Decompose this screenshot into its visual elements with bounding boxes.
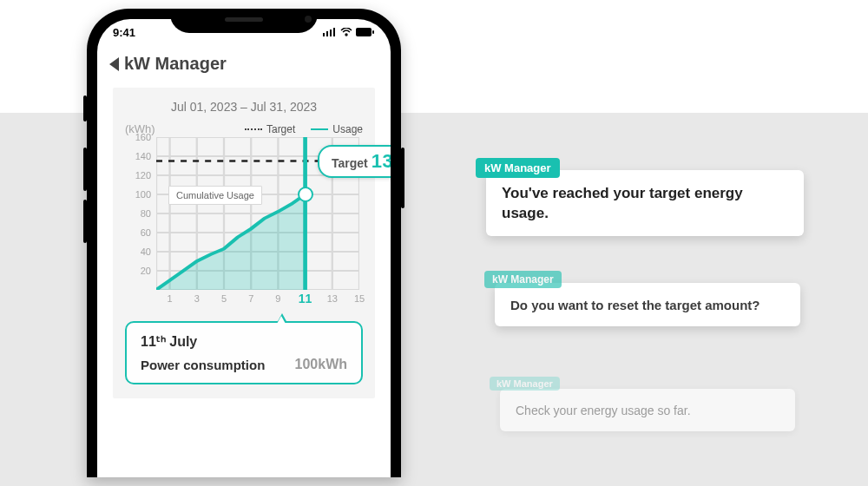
chart-marker[interactable]: [298, 187, 313, 202]
chart-legend: (kWh) Target Usage: [125, 122, 363, 135]
status-icons: [323, 28, 375, 36]
notification-card-3[interactable]: kW Manager Check your energy usage so fa…: [500, 389, 795, 431]
svg-rect-2: [330, 30, 332, 36]
svg-rect-5: [372, 30, 374, 34]
chart-yaxis: 20406080100120140160: [125, 137, 151, 290]
usage-panel: Jul 01, 2023 – Jul 31, 2023 (kWh) Target…: [113, 88, 375, 398]
notification-badge: kW Manager: [476, 158, 560, 178]
svg-rect-4: [356, 28, 372, 36]
legend-label-target: Target: [266, 123, 295, 135]
page-title: kW Manager: [124, 54, 227, 74]
notification-card-1[interactable]: kW Manager You've reached your target en…: [486, 170, 804, 236]
target-bubble-label: Target: [332, 156, 368, 170]
legend-swatch-target: [245, 128, 262, 130]
consumption-date: 11ᵗʰ July: [141, 333, 347, 350]
app-header: kW Manager: [97, 45, 391, 88]
notification-message: You've reached your target energy usage.: [502, 184, 788, 224]
status-time: 9:41: [113, 26, 135, 39]
notification-card-2[interactable]: kW Manager Do you want to reset the targ…: [495, 283, 800, 326]
notification-badge: kW Manager: [490, 377, 560, 391]
svg-rect-3: [333, 28, 335, 36]
date-range: Jul 01, 2023 – Jul 31, 2023: [125, 100, 363, 114]
consumption-label: Power consumption: [141, 358, 265, 372]
target-bubble[interactable]: Target135: [318, 145, 391, 178]
battery-icon: [356, 28, 375, 36]
back-icon[interactable]: [109, 57, 119, 71]
phone-screen: 9:41 kW Manager Jul 01, 2023 – Jul 31, 2…: [97, 19, 391, 477]
notification-message: Do you want to reset the target amount?: [510, 297, 785, 314]
chart-area[interactable]: 20406080100120140160 Cumulative Usage 13…: [125, 137, 363, 311]
signal-icon: [323, 28, 337, 36]
consumption-card: 11ᵗʰ July Power consumption 100kWh: [125, 321, 363, 384]
wifi-icon: [340, 28, 352, 36]
svg-rect-1: [326, 31, 328, 36]
svg-rect-0: [323, 33, 325, 36]
target-bubble-value: 135: [372, 150, 391, 172]
consumption-value: 100kWh: [295, 357, 347, 372]
legend-label-usage: Usage: [332, 123, 363, 135]
notification-message: Check your energy usage so far.: [516, 403, 779, 419]
cumulative-label: Cumulative Usage: [168, 186, 262, 205]
legend-swatch-usage: [311, 128, 328, 130]
notification-badge: kW Manager: [484, 271, 562, 288]
chart-xaxis: 13579111315: [156, 293, 359, 307]
phone-frame: 9:41 kW Manager Jul 01, 2023 – Jul 31, 2…: [87, 9, 401, 477]
